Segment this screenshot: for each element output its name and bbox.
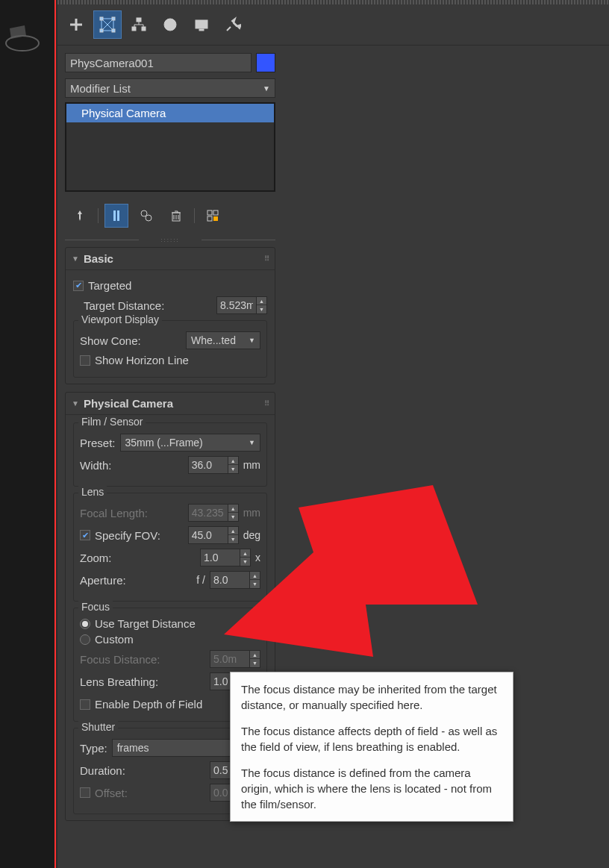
aperture-input[interactable] [210,572,249,588]
custom-focus-radio[interactable] [80,634,90,645]
svg-rect-18 [207,210,212,215]
spin-up: ▲ [250,651,260,659]
custom-focus-label: Custom [95,633,134,646]
spin-down[interactable]: ▼ [240,558,250,566]
utilities-tab[interactable] [219,10,247,39]
svg-point-16 [146,215,152,221]
spin-up[interactable]: ▲ [228,457,238,465]
fov-spinner[interactable]: ▲▼ [188,526,239,544]
create-tab[interactable] [62,10,90,39]
svg-marker-1 [10,25,26,39]
show-cone-label: Show Cone: [80,334,141,347]
hierarchy-tab[interactable] [125,10,153,39]
svg-rect-3 [100,17,103,20]
object-color-swatch[interactable] [256,53,275,72]
focus-group-title: Focus [78,601,113,613]
target-distance-spinner[interactable]: ▲▼ [216,296,267,314]
display-tab[interactable] [187,10,216,39]
view-gizmo[interactable] [4,22,41,52]
fov-input[interactable] [189,527,228,543]
preset-label: Preset: [80,437,116,449]
tooltip-p1: The focus distance may be inherited from… [241,681,502,713]
viewport-edge [0,0,56,868]
preset-select[interactable]: 35mm (...Frame) [120,434,260,452]
basic-title: Basic [84,252,113,265]
pin-stack-button[interactable] [68,204,92,228]
tooltip-p3: The focus distance is defined from the c… [241,765,502,812]
svg-rect-20 [207,216,212,221]
configure-sets-button[interactable] [201,204,225,228]
shutter-type-label: Type: [80,742,107,755]
spin-down[interactable]: ▼ [257,305,266,313]
panel-tabs [57,4,609,46]
spin-up[interactable]: ▲ [257,297,266,305]
physcam-rollout-header[interactable]: ▼ Physical Camera ⠿ [66,393,275,415]
spin-down[interactable]: ▼ [228,535,238,543]
svg-rect-5 [100,29,103,32]
svg-rect-19 [213,210,218,215]
spin-up[interactable]: ▲ [250,572,260,580]
target-distance-label: Target Distance: [84,299,164,312]
object-name-input[interactable] [65,53,252,72]
show-cone-select[interactable]: Whe...ted [186,331,260,349]
target-distance-input[interactable] [217,297,256,313]
show-horizon-checkbox[interactable] [80,355,90,366]
zoom-label: Zoom: [80,552,112,564]
show-cone-value: Whe...ted [191,334,236,346]
spin-up[interactable]: ▲ [228,527,238,535]
use-target-distance-radio[interactable] [80,619,90,629]
svg-rect-14 [117,210,119,221]
modifier-stack-item[interactable]: Physical Camera [66,104,274,122]
lens-breathing-label: Lens Breathing: [80,675,158,688]
enable-dof-label: Enable Depth of Field [95,698,202,711]
modifier-list-label: Modifier List [70,82,131,95]
aperture-prefix: f / [196,574,205,586]
offset-label: Offset: [95,787,128,799]
width-spinner[interactable]: ▲▼ [188,456,239,474]
chevron-down-icon: ▼ [72,255,79,263]
svg-rect-13 [113,210,116,221]
svg-rect-11 [196,20,207,28]
lens-group-title: Lens [78,486,107,498]
targeted-checkbox[interactable] [73,281,84,291]
focus-distance-input [210,651,249,667]
width-label: Width: [80,459,112,472]
zoom-spinner[interactable]: ▲▼ [200,549,251,566]
modify-tab[interactable] [93,10,122,39]
spin-down[interactable]: ▼ [228,465,238,473]
spin-up[interactable]: ▲ [240,549,250,558]
make-unique-button[interactable] [134,204,158,228]
use-target-label: Use Target Distance [95,617,196,630]
spin-down: ▼ [250,659,260,667]
divider: :::::: [65,237,275,243]
aperture-spinner[interactable]: ▲▼ [210,571,260,589]
motion-tab[interactable] [156,10,184,39]
enable-dof-checkbox[interactable] [80,699,90,710]
svg-rect-12 [199,29,204,31]
svg-rect-7 [137,18,141,22]
show-end-result-button[interactable] [104,204,128,228]
svg-rect-8 [132,27,136,31]
physcam-title: Physical Camera [84,397,173,410]
preset-value: 35mm (...Frame) [125,437,203,449]
shutter-group-title: Shutter [78,721,118,733]
width-input[interactable] [189,457,228,473]
specify-fov-checkbox[interactable] [80,530,90,540]
grip-icon: ⠿ [264,255,269,263]
spin-down[interactable]: ▼ [250,580,260,588]
duration-label: Duration: [80,764,125,777]
zoom-input[interactable] [201,549,240,566]
focal-length-unit: mm [243,507,260,519]
spin-up: ▲ [228,505,238,513]
remove-modifier-button[interactable] [164,204,188,228]
modifier-list-dropdown[interactable]: Modifier List [65,78,275,98]
modifier-stack[interactable]: Physical Camera [65,102,275,192]
chevron-down-icon: ▼ [72,399,79,408]
width-unit: mm [243,459,260,471]
focus-distance-label: Focus Distance: [80,653,160,666]
show-horizon-label: Show Horizon Line [95,354,189,366]
offset-checkbox[interactable] [80,787,90,798]
basic-rollout-header[interactable]: ▼ Basic ⠿ [66,248,275,270]
focal-length-input [189,505,228,521]
viewport-display-title: Viewport Display [78,313,162,325]
